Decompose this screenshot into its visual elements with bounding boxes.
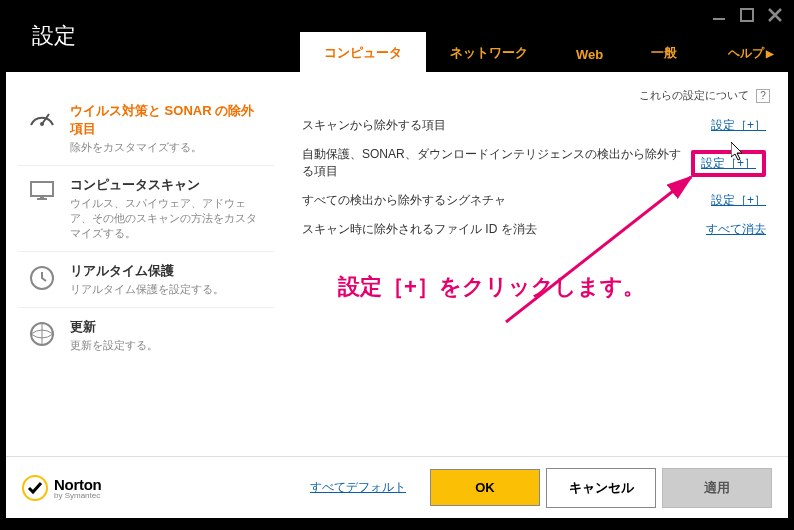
setting-label: 自動保護、SONAR、ダウンロードインテリジェンスの検出から除外する項目 xyxy=(302,146,681,180)
setting-row: すべての検出から除外するシグネチャ 設定［+］ xyxy=(298,186,770,215)
sidebar-item-desc: 除外をカスタマイズする。 xyxy=(70,140,266,155)
setting-row: スキャン時に除外されるファイル ID を消去 すべて消去 xyxy=(298,215,770,244)
tab-general[interactable]: 一般 xyxy=(627,32,701,72)
close-button[interactable] xyxy=(766,6,784,24)
cancel-button[interactable]: キャンセル xyxy=(546,468,656,508)
content: ウイルス対策と SONAR の除外項目 除外をカスタマイズする。 コンピュータス… xyxy=(6,72,788,456)
tab-network[interactable]: ネットワーク xyxy=(426,32,552,72)
sidebar-item-text: 更新 更新を設定する。 xyxy=(70,318,266,353)
window-controls xyxy=(710,6,784,24)
tab-help[interactable]: ヘルプ▶ xyxy=(720,33,782,72)
svg-rect-0 xyxy=(713,18,725,20)
clear-all-link[interactable]: すべて消去 xyxy=(706,221,766,238)
apply-button[interactable]: 適用 xyxy=(662,468,772,508)
sidebar-item-title: ウイルス対策と SONAR の除外項目 xyxy=(70,102,266,138)
monitor-icon xyxy=(26,176,58,208)
norton-subtext: by Symantec xyxy=(54,491,101,500)
norton-brand: Norton by Symantec xyxy=(54,476,101,500)
sidebar-item-desc: ウイルス、スパイウェア、アドウェア、その他のスキャンの方法をカスタマイズする。 xyxy=(70,196,266,241)
content-wrap: ウイルス対策と SONAR の除外項目 除外をカスタマイズする。 コンピュータス… xyxy=(0,72,794,524)
maximize-button[interactable] xyxy=(738,6,756,24)
chevron-right-icon: ▶ xyxy=(766,48,774,59)
norton-check-icon xyxy=(22,475,48,501)
about-row: これらの設定について ? xyxy=(298,88,770,103)
sidebar-item-text: ウイルス対策と SONAR の除外項目 除外をカスタマイズする。 xyxy=(70,102,266,155)
settings-panel: これらの設定について ? スキャンから除外する項目 設定［+］ 自動保護、SON… xyxy=(286,72,788,456)
setting-label: スキャン時に除外されるファイル ID を消去 xyxy=(302,221,696,238)
norton-brand-text: Norton xyxy=(54,476,101,493)
footer: Norton by Symantec すべてデフォルト OK キャンセル 適用 xyxy=(6,456,788,518)
sidebar-item-exclusions[interactable]: ウイルス対策と SONAR の除外項目 除外をカスタマイズする。 xyxy=(18,92,274,166)
sidebar-item-title: コンピュータスキャン xyxy=(70,176,266,194)
svg-point-2 xyxy=(40,122,44,126)
gauge-icon xyxy=(26,102,58,134)
setting-label: スキャンから除外する項目 xyxy=(302,117,701,134)
sidebar-item-title: リアルタイム保護 xyxy=(70,262,266,280)
annotation-highlight: 設定［+］ xyxy=(691,150,766,177)
titlebar: 設定 コンピュータ ネットワーク Web 一般 ヘルプ▶ xyxy=(0,0,794,72)
svg-rect-1 xyxy=(741,9,753,21)
configure-link[interactable]: 設定［+］ xyxy=(701,156,756,170)
sidebar: ウイルス対策と SONAR の除外項目 除外をカスタマイズする。 コンピュータス… xyxy=(6,72,286,456)
configure-link[interactable]: 設定［+］ xyxy=(711,117,766,134)
sidebar-item-desc: リアルタイム保護を設定する。 xyxy=(70,282,266,297)
ok-button[interactable]: OK xyxy=(430,469,540,506)
clock-icon xyxy=(26,262,58,294)
tab-bar: コンピュータ ネットワーク Web 一般 xyxy=(300,32,701,72)
tab-web[interactable]: Web xyxy=(552,35,627,72)
help-icon[interactable]: ? xyxy=(756,89,770,103)
tab-computer[interactable]: コンピュータ xyxy=(300,32,426,72)
tab-help-label: ヘルプ xyxy=(728,46,764,60)
sidebar-item-text: リアルタイム保護 リアルタイム保護を設定する。 xyxy=(70,262,266,297)
svg-rect-5 xyxy=(40,196,44,199)
norton-logo: Norton by Symantec xyxy=(22,475,101,501)
minimize-button[interactable] xyxy=(710,6,728,24)
annotation-text: 設定［+］をクリックします。 xyxy=(338,272,645,302)
sidebar-item-title: 更新 xyxy=(70,318,266,336)
sidebar-item-desc: 更新を設定する。 xyxy=(70,338,266,353)
setting-row: 自動保護、SONAR、ダウンロードインテリジェンスの検出から除外する項目 設定［… xyxy=(298,140,770,186)
about-label: これらの設定について xyxy=(639,89,749,101)
window-title: 設定 xyxy=(0,21,76,51)
sidebar-item-realtime[interactable]: リアルタイム保護 リアルタイム保護を設定する。 xyxy=(18,252,274,308)
globe-update-icon xyxy=(26,318,58,350)
setting-label: すべての検出から除外するシグネチャ xyxy=(302,192,701,209)
sidebar-item-scan[interactable]: コンピュータスキャン ウイルス、スパイウェア、アドウェア、その他のスキャンの方法… xyxy=(18,166,274,252)
sidebar-item-update[interactable]: 更新 更新を設定する。 xyxy=(18,308,274,363)
sidebar-item-text: コンピュータスキャン ウイルス、スパイウェア、アドウェア、その他のスキャンの方法… xyxy=(70,176,266,241)
setting-row: スキャンから除外する項目 設定［+］ xyxy=(298,111,770,140)
defaults-link[interactable]: すべてデフォルト xyxy=(310,479,406,496)
svg-rect-3 xyxy=(31,182,53,196)
configure-link[interactable]: 設定［+］ xyxy=(711,192,766,209)
